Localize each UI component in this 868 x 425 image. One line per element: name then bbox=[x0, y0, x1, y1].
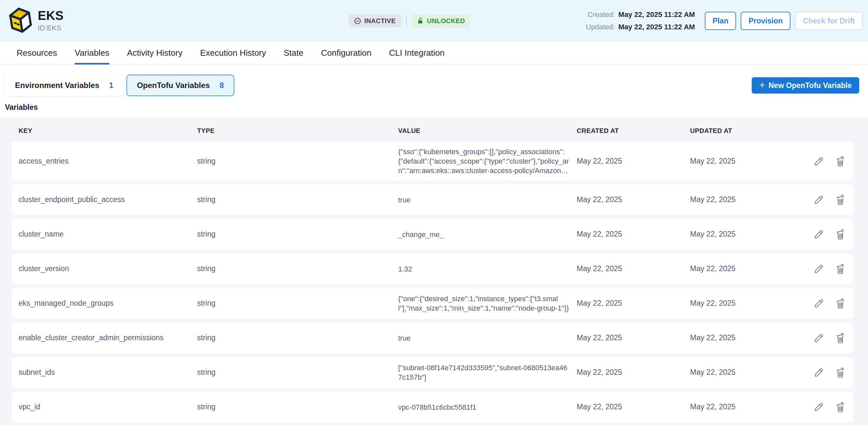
variable-updated-at: May 22, 2025 bbox=[690, 195, 801, 204]
variable-type: string bbox=[197, 230, 398, 239]
trash-icon bbox=[834, 155, 846, 167]
badge-divider bbox=[406, 16, 407, 26]
delete-variable-button[interactable] bbox=[834, 229, 846, 240]
pencil-icon bbox=[813, 263, 825, 275]
trash-icon bbox=[834, 332, 846, 344]
tab[interactable]: Configuration bbox=[321, 42, 371, 64]
trash-icon bbox=[834, 263, 846, 275]
table-row: cluster_endpoint_public_access string tr… bbox=[12, 184, 853, 215]
pencil-icon bbox=[813, 155, 825, 167]
section-title: Variables bbox=[5, 103, 868, 112]
tab[interactable]: Resources bbox=[17, 42, 57, 64]
pencil-icon bbox=[813, 401, 825, 413]
edit-variable-button[interactable] bbox=[813, 401, 825, 413]
environment-header: EKS ID:EKS INACTIVE UNLOCKED Created: bbox=[0, 0, 868, 42]
delete-variable-button[interactable] bbox=[834, 194, 846, 206]
variable-key: access_entries bbox=[19, 157, 197, 166]
column-header-created-at: CREATED AT bbox=[577, 127, 690, 134]
variable-updated-at: May 22, 2025 bbox=[690, 368, 801, 377]
pill-count-badge: 8 bbox=[220, 81, 224, 90]
delete-variable-button[interactable] bbox=[834, 401, 846, 413]
column-header-value: VALUE bbox=[398, 127, 577, 134]
header-action-button[interactable]: Provision bbox=[741, 12, 790, 30]
tab[interactable]: State bbox=[284, 42, 304, 64]
variable-key: cluster_endpoint_public_access bbox=[19, 195, 197, 204]
variable-created-at: May 22, 2025 bbox=[577, 402, 690, 412]
new-opentofu-variable-button[interactable]: + New OpenTofu Variable bbox=[752, 77, 859, 94]
pencil-icon bbox=[813, 367, 825, 378]
variable-type-pill[interactable]: Environment Variables 1 bbox=[5, 74, 124, 96]
tab[interactable]: Activity History bbox=[127, 42, 183, 64]
table-row: subnet_ids string ["subnet-08f14e7142d33… bbox=[12, 357, 853, 388]
variable-key: subnet_ids bbox=[19, 368, 197, 377]
edit-variable-button[interactable] bbox=[813, 263, 825, 275]
variable-key: vpc_id bbox=[19, 402, 197, 412]
status-badges: INACTIVE UNLOCKED bbox=[349, 14, 470, 27]
created-label: Created: bbox=[587, 10, 615, 19]
status-badge-unlocked-label: UNLOCKED bbox=[427, 17, 465, 25]
variable-value: true bbox=[398, 333, 577, 343]
variable-updated-at: May 22, 2025 bbox=[690, 157, 801, 166]
delete-variable-button[interactable] bbox=[834, 367, 846, 378]
pill-label: OpenTofu Variables bbox=[137, 81, 210, 90]
header-action-buttons: PlanProvisionCheck for Drift bbox=[705, 12, 863, 30]
variable-created-at: May 22, 2025 bbox=[577, 157, 690, 166]
table-row: cluster_name string _change_me_ May 22, … bbox=[12, 219, 853, 250]
edit-variable-button[interactable] bbox=[813, 229, 825, 240]
trash-icon bbox=[834, 194, 846, 206]
created-value: May 22, 2025 11:22 AM bbox=[618, 10, 695, 19]
tab[interactable]: Variables bbox=[74, 42, 109, 64]
header-action-button[interactable]: Plan bbox=[705, 12, 736, 30]
tab[interactable]: Execution History bbox=[200, 42, 266, 64]
variable-value: 1.32 bbox=[398, 264, 577, 274]
unlock-icon bbox=[417, 17, 424, 25]
pill-label: Environment Variables bbox=[15, 81, 99, 90]
variable-type-pill[interactable]: OpenTofu Variables 8 bbox=[126, 74, 234, 96]
pencil-icon bbox=[813, 229, 825, 240]
variable-updated-at: May 22, 2025 bbox=[690, 230, 801, 239]
edit-variable-button[interactable] bbox=[813, 332, 825, 344]
trash-icon bbox=[834, 229, 846, 240]
variables-panel: Environment Variables 1 OpenTofu Variabl… bbox=[0, 64, 868, 112]
edit-variable-button[interactable] bbox=[813, 298, 825, 309]
variable-key: cluster_version bbox=[19, 264, 197, 273]
delete-variable-button[interactable] bbox=[834, 263, 846, 275]
edit-variable-button[interactable] bbox=[813, 367, 825, 378]
status-badge-inactive-label: INACTIVE bbox=[364, 17, 396, 25]
delete-variable-button[interactable] bbox=[834, 332, 846, 344]
edit-variable-button[interactable] bbox=[813, 194, 825, 206]
variable-type: string bbox=[197, 264, 398, 273]
trash-icon bbox=[834, 401, 846, 413]
table-row: cluster_version string 1.32 May 22, 2025… bbox=[12, 253, 853, 284]
variable-key: cluster_name bbox=[19, 230, 197, 239]
column-header-key: KEY bbox=[19, 127, 197, 134]
delete-variable-button[interactable] bbox=[834, 298, 846, 309]
variable-value: {"sso":{"kubernetes_groups":[],"policy_a… bbox=[398, 147, 577, 175]
circle-minus-icon bbox=[354, 17, 361, 25]
edit-variable-button[interactable] bbox=[813, 155, 825, 167]
variable-type-pills: Environment Variables 1 OpenTofu Variabl… bbox=[5, 74, 237, 96]
environment-logo bbox=[8, 6, 33, 35]
new-variable-button-label: New OpenTofu Variable bbox=[769, 81, 852, 90]
header-action-button[interactable]: Check for Drift bbox=[795, 12, 863, 30]
column-header-type: TYPE bbox=[197, 127, 398, 134]
variable-updated-at: May 22, 2025 bbox=[690, 402, 801, 412]
status-badge-unlocked: UNLOCKED bbox=[411, 14, 470, 27]
variable-updated-at: May 22, 2025 bbox=[690, 299, 801, 308]
table-row: vpc_id string vpc-078b51c6cbc5581f1 May … bbox=[12, 392, 853, 422]
pill-count-badge: 1 bbox=[109, 81, 114, 90]
table-row: eks_managed_node_groups string {"one":{"… bbox=[12, 288, 853, 319]
variable-value: _change_me_ bbox=[398, 230, 577, 239]
tab[interactable]: CLI Integration bbox=[389, 42, 445, 64]
variable-created-at: May 22, 2025 bbox=[577, 264, 690, 273]
variable-type: string bbox=[197, 195, 398, 204]
variable-created-at: May 22, 2025 bbox=[577, 230, 690, 239]
cube-icon bbox=[8, 6, 33, 35]
delete-variable-button[interactable] bbox=[834, 155, 846, 167]
variable-updated-at: May 22, 2025 bbox=[690, 264, 801, 273]
pencil-icon bbox=[813, 332, 825, 344]
updated-label: Updated: bbox=[586, 23, 615, 31]
pencil-icon bbox=[813, 298, 825, 309]
table-row: access_entries string {"sso":{"kubernete… bbox=[12, 142, 853, 181]
trash-icon bbox=[834, 367, 846, 378]
